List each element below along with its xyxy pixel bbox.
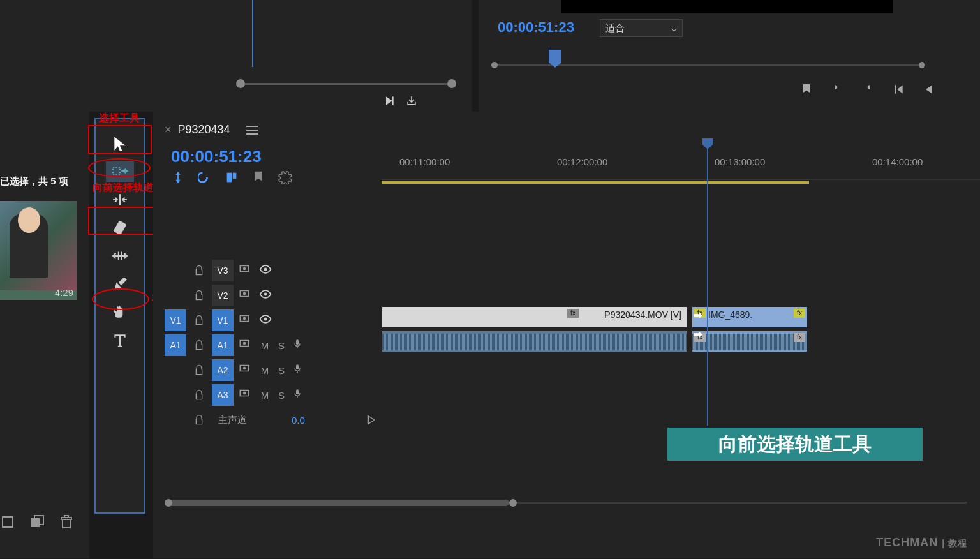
step-back-icon[interactable]	[923, 83, 935, 96]
program-ruler[interactable]	[485, 50, 932, 69]
panel-menu-icon[interactable]	[246, 126, 258, 135]
svg-rect-0	[3, 517, 13, 527]
track-label[interactable]: V3	[212, 260, 234, 281]
settings-icon[interactable]	[278, 170, 292, 184]
video-clip-1[interactable]: fx P9320434.MOV [V]	[382, 306, 687, 328]
track-label[interactable]: A1	[212, 334, 234, 356]
razor-tool[interactable]	[106, 218, 134, 238]
lock-icon[interactable]	[191, 412, 207, 428]
track-label[interactable]: A2	[212, 359, 234, 381]
watermark-main: TECHMAN	[876, 536, 938, 549]
sync-lock-icon[interactable]	[239, 362, 254, 378]
fit-label: 适合	[605, 22, 625, 34]
track-label[interactable]: V2	[212, 285, 234, 306]
lock-icon[interactable]	[191, 387, 207, 403]
mic-icon[interactable]	[292, 339, 305, 352]
track-v1[interactable]: V1 V1	[165, 308, 380, 332]
eye-icon[interactable]	[259, 288, 274, 303]
slip-tool[interactable]	[106, 246, 134, 266]
svg-rect-4	[113, 220, 126, 235]
lock-icon[interactable]	[191, 263, 207, 278]
solo-button[interactable]: S	[276, 365, 287, 376]
mute-button[interactable]: M	[259, 365, 271, 376]
lock-icon[interactable]	[191, 313, 207, 328]
timeline-timecode[interactable]: 00:00:51:23	[171, 147, 262, 167]
video-clip-2[interactable]: fx fx IMG_4689.	[692, 306, 808, 328]
hand-tool[interactable]	[106, 302, 134, 322]
source-scrollbar[interactable]	[236, 79, 456, 88]
eye-icon[interactable]	[259, 313, 274, 328]
mute-button[interactable]: M	[259, 390, 271, 401]
program-playhead[interactable]	[549, 50, 561, 63]
pen-tool[interactable]	[106, 274, 134, 294]
track-select-forward-tool[interactable]	[106, 161, 134, 182]
track-a1[interactable]: A1 A1 M S	[165, 333, 380, 357]
solo-button[interactable]: S	[276, 340, 287, 351]
in-point-icon[interactable]	[831, 83, 843, 96]
track-label[interactable]: V1	[212, 309, 234, 331]
ruler-tick: 00:12:00:00	[557, 156, 607, 167]
svg-rect-24	[296, 389, 299, 394]
track-v2[interactable]: V2	[165, 283, 380, 308]
svg-point-12	[264, 293, 267, 296]
type-tool[interactable]	[106, 330, 134, 350]
ruler-tick: 00:14:00:00	[872, 156, 923, 167]
track-label[interactable]: A3	[212, 384, 234, 406]
export-icon[interactable]	[405, 94, 418, 107]
close-icon[interactable]: ×	[165, 123, 172, 137]
timeline-panel: × P9320434 00:00:51:23 00:11:00:00 00:12…	[153, 112, 980, 558]
selection-tool[interactable]	[106, 133, 134, 154]
lock-icon[interactable]	[191, 362, 207, 378]
track-select-cursor: ➡	[693, 308, 702, 322]
source-patch-a1[interactable]: A1	[165, 334, 186, 356]
ruler-tick: 00:13:00:00	[715, 156, 765, 167]
mic-icon[interactable]	[292, 364, 305, 376]
master-track[interactable]: 主声道 0.0	[165, 408, 380, 431]
goto-in-icon[interactable]	[892, 83, 905, 96]
audio-clip-1[interactable]	[382, 331, 687, 352]
mic-icon[interactable]	[292, 389, 305, 401]
source-playhead[interactable]	[252, 0, 253, 67]
timeline-marker-icon[interactable]	[251, 170, 265, 184]
timeline-zoom-scrollbar[interactable]	[165, 498, 967, 507]
svg-point-15	[264, 318, 267, 321]
program-monitor: 00:00:51:23 适合 ⌵	[479, 0, 980, 112]
track-a3[interactable]: A3 M S	[165, 383, 380, 407]
snap-icon[interactable]	[171, 170, 185, 184]
program-timecode[interactable]: 00:00:51:23	[498, 19, 574, 36]
track-v3[interactable]: V3	[165, 258, 380, 283]
timeline-content[interactable]: fx P9320434.MOV [V] fx fx IMG_4689. fx f…	[382, 182, 980, 412]
solo-button[interactable]: S	[276, 390, 287, 401]
source-patch-v1[interactable]: V1	[165, 309, 186, 331]
linked-selection-icon[interactable]	[198, 170, 212, 184]
sync-lock-icon[interactable]	[239, 288, 254, 303]
audio-clip-2[interactable]: fx fx	[692, 331, 808, 352]
mute-button[interactable]: M	[259, 340, 271, 351]
sync-lock-icon[interactable]	[239, 387, 254, 403]
new-bin-icon[interactable]	[29, 514, 45, 530]
eye-icon[interactable]	[259, 263, 274, 278]
sync-lock-icon[interactable]	[239, 263, 254, 278]
out-point-icon[interactable]	[861, 83, 874, 96]
lock-icon[interactable]	[191, 338, 207, 353]
lock-icon[interactable]	[191, 288, 207, 303]
marker-icon[interactable]	[800, 83, 813, 96]
add-marker-icon[interactable]	[225, 170, 239, 184]
sync-lock-icon[interactable]	[239, 338, 254, 353]
new-item-icon[interactable]	[0, 514, 15, 530]
sequence-tab[interactable]: × P9320434	[153, 123, 258, 137]
watermark-sub: | 教程	[942, 538, 967, 548]
insert-icon[interactable]	[383, 94, 396, 107]
time-ruler[interactable]: 00:11:00:00 00:12:00:00 00:13:00:00 00:1…	[382, 156, 980, 172]
trash-icon[interactable]	[59, 514, 74, 530]
fit-dropdown[interactable]: 适合 ⌵	[600, 19, 683, 37]
clip-duration: 4:29	[55, 287, 73, 298]
svg-rect-3	[113, 168, 120, 175]
tools-panel	[94, 118, 145, 514]
link-icon[interactable]	[366, 414, 377, 426]
track-a2[interactable]: A2 M S	[165, 358, 380, 382]
master-volume[interactable]: 0.0	[292, 415, 305, 426]
timeline-playhead[interactable]	[707, 138, 708, 426]
sync-lock-icon[interactable]	[239, 313, 254, 328]
project-thumbnail[interactable]: 4:29	[0, 201, 77, 300]
